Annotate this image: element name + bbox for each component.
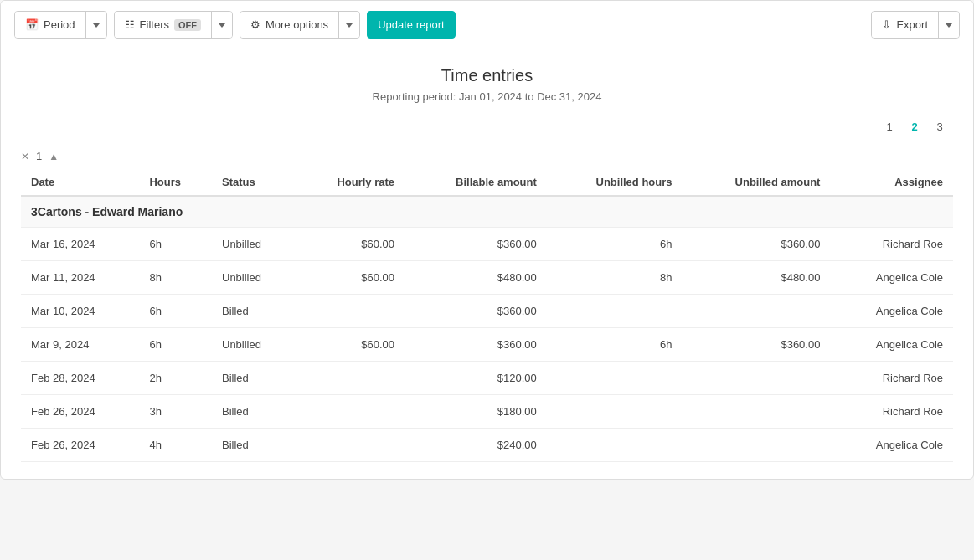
cell-row0-col0: Mar 16, 2024 xyxy=(21,228,139,261)
filters-status-badge: OFF xyxy=(174,19,201,31)
cell-row1-col0: Mar 11, 2024 xyxy=(21,261,139,295)
page-1[interactable]: 1 xyxy=(879,116,899,136)
row-count: 1 xyxy=(36,150,42,162)
cell-row1-col7: Angelica Cole xyxy=(830,261,953,295)
page-3[interactable]: 3 xyxy=(930,116,950,136)
report-period: Reporting period: Jan 01, 2024 to Dec 31… xyxy=(21,90,953,103)
more-options-main-button[interactable]: ⚙ More options xyxy=(240,12,338,38)
cell-row2-col6 xyxy=(683,295,831,328)
calendar-icon: 📅 xyxy=(25,18,39,31)
col-assignee: Assignee xyxy=(830,169,953,196)
cell-row0-col5: 6h xyxy=(547,228,683,261)
cell-row4-col4: $120.00 xyxy=(405,362,547,395)
cell-row6-col5 xyxy=(547,429,683,462)
report-content: Time entries Reporting period: Jan 01, 2… xyxy=(1,49,973,479)
group-header-row: 3Cartons - Edward Mariano xyxy=(21,196,953,228)
more-options-button-group[interactable]: ⚙ More options xyxy=(240,11,360,39)
table-controls: ✕ 1 ▲ xyxy=(21,146,953,166)
cell-row4-col7: Richard Roe xyxy=(830,362,953,395)
cell-row3-col0: Mar 9, 2024 xyxy=(21,328,139,362)
pagination: 1 2 3 xyxy=(21,116,953,136)
cell-row1-col5: 8h xyxy=(547,261,683,295)
period-prefix: Reporting period: xyxy=(373,90,456,103)
period-value: Jan 01, 2024 to Dec 31, 2024 xyxy=(459,90,602,103)
cell-row6-col0: Feb 26, 2024 xyxy=(21,429,139,462)
col-unbilled-amount: Unbilled amount xyxy=(683,169,831,196)
cell-row1-col6: $480.00 xyxy=(683,261,831,295)
export-label: Export xyxy=(896,18,928,31)
table-row: Mar 9, 20246hUnbilled$60.00$360.006h$360… xyxy=(21,328,953,362)
period-chevron-icon xyxy=(93,18,100,31)
cell-row1-col1: 8h xyxy=(139,261,212,295)
cell-row4-col6 xyxy=(683,362,831,395)
export-button-group[interactable]: ⇩ Export xyxy=(871,11,960,39)
cell-row3-col5: 6h xyxy=(547,328,683,362)
cell-row2-col5 xyxy=(547,295,683,328)
page-2[interactable]: 2 xyxy=(904,116,925,136)
cell-row3-col1: 6h xyxy=(139,328,212,362)
cell-row1-col2: Unbilled xyxy=(212,261,296,295)
cell-row4-col0: Feb 28, 2024 xyxy=(21,362,139,395)
export-icon: ⇩ xyxy=(882,18,891,31)
cell-row4-col5 xyxy=(547,362,683,395)
cell-row3-col6: $360.00 xyxy=(683,328,831,362)
cell-row6-col3 xyxy=(296,429,405,462)
gear-icon: ⚙ xyxy=(250,18,260,31)
cell-row0-col6: $360.00 xyxy=(683,228,831,261)
cell-row4-col1: 2h xyxy=(139,362,212,395)
export-main-button[interactable]: ⇩ Export xyxy=(872,12,938,38)
col-unbilled-hours: Unbilled hours xyxy=(547,169,683,196)
cell-row5-col0: Feb 26, 2024 xyxy=(21,395,139,429)
cell-row5-col1: 3h xyxy=(139,395,212,429)
table-row: Mar 16, 20246hUnbilled$60.00$360.006h$36… xyxy=(21,228,953,261)
cell-row1-col4: $480.00 xyxy=(405,261,547,295)
more-options-caret-button[interactable] xyxy=(338,12,359,38)
collapse-icon[interactable]: ✕ xyxy=(21,151,29,162)
cell-row0-col2: Unbilled xyxy=(212,228,296,261)
filters-caret-button[interactable] xyxy=(211,12,232,38)
col-date: Date xyxy=(21,169,139,196)
export-chevron-icon xyxy=(946,18,952,31)
cell-row0-col7: Richard Roe xyxy=(830,228,953,261)
cell-row2-col0: Mar 10, 2024 xyxy=(21,295,139,328)
cell-row5-col3 xyxy=(296,395,405,429)
cell-row5-col5 xyxy=(547,395,683,429)
data-table: Date Hours Status Hourly rate Billable a… xyxy=(21,169,953,462)
filters-main-button[interactable]: ☷ Filters OFF xyxy=(115,12,211,38)
filters-label: Filters xyxy=(140,18,169,31)
period-caret-button[interactable] xyxy=(85,12,106,38)
cell-row6-col1: 4h xyxy=(139,429,212,462)
sort-asc-icon[interactable]: ▲ xyxy=(49,151,59,162)
cell-row6-col7: Angelica Cole xyxy=(830,429,953,462)
update-report-button[interactable]: Update report xyxy=(367,11,456,39)
cell-row3-col7: Angelica Cole xyxy=(830,328,953,362)
cell-row2-col2: Billed xyxy=(212,295,296,328)
col-status: Status xyxy=(212,169,296,196)
cell-row4-col2: Billed xyxy=(212,362,296,395)
more-options-label: More options xyxy=(265,18,328,31)
table-row: Mar 10, 20246hBilled$360.00Angelica Cole xyxy=(21,295,953,328)
more-options-chevron-icon xyxy=(346,18,353,31)
cell-row6-col4: $240.00 xyxy=(405,429,547,462)
cell-row5-col6 xyxy=(683,395,831,429)
col-billable-amount: Billable amount xyxy=(405,169,547,196)
cell-row2-col1: 6h xyxy=(139,295,212,328)
export-caret-button[interactable] xyxy=(938,12,959,38)
cell-row0-col3: $60.00 xyxy=(296,228,405,261)
period-button-group[interactable]: 📅 Period xyxy=(14,11,107,39)
cell-row5-col4: $180.00 xyxy=(405,395,547,429)
table-row: Mar 11, 20248hUnbilled$60.00$480.008h$48… xyxy=(21,261,953,295)
col-hours: Hours xyxy=(139,169,212,196)
period-main-button[interactable]: 📅 Period xyxy=(15,12,85,38)
report-title: Time entries xyxy=(21,66,953,85)
cell-row5-col7: Richard Roe xyxy=(830,395,953,429)
cell-row3-col4: $360.00 xyxy=(405,328,547,362)
cell-row4-col3 xyxy=(296,362,405,395)
cell-row2-col4: $360.00 xyxy=(405,295,547,328)
group-header-cell: 3Cartons - Edward Mariano xyxy=(21,196,953,228)
cell-row0-col4: $360.00 xyxy=(405,228,547,261)
cell-row0-col1: 6h xyxy=(139,228,212,261)
filter-icon: ☷ xyxy=(125,18,135,31)
filters-button-group[interactable]: ☷ Filters OFF xyxy=(114,11,233,39)
filters-chevron-icon xyxy=(219,18,225,31)
